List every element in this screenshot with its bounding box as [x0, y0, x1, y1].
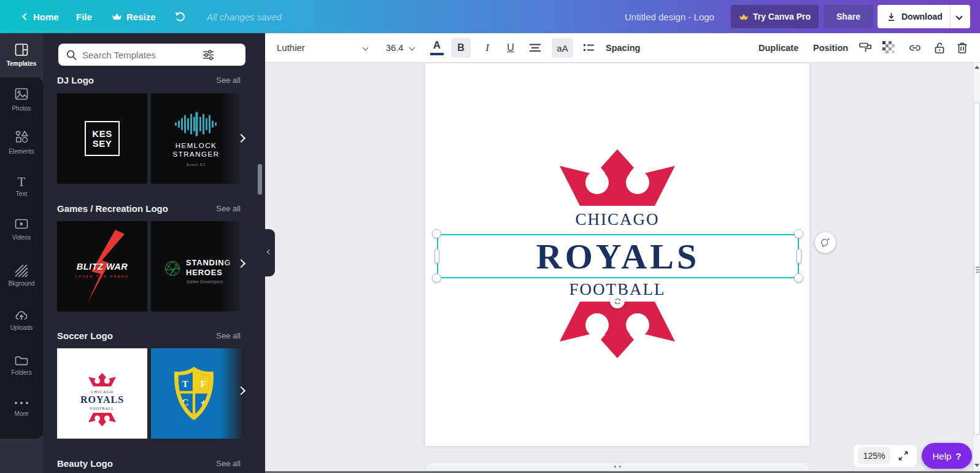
waveform-icon — [174, 112, 218, 136]
list-button[interactable] — [579, 38, 598, 58]
text-case-button[interactable]: aA — [552, 38, 573, 58]
selection-handle-w[interactable] — [434, 249, 439, 264]
more-dot — [20, 402, 23, 404]
section-header-soccer: Soccer Logo See all — [57, 330, 241, 341]
copy-style-button[interactable] — [859, 33, 872, 62]
zoom-level[interactable]: 125% — [858, 447, 890, 464]
logo-text-royals[interactable]: ROYALS — [536, 236, 700, 277]
uploads-icon — [15, 309, 28, 321]
comment-icon — [820, 237, 831, 248]
selection-handle-e[interactable] — [797, 249, 801, 264]
font-size-value: 36.4 — [386, 43, 403, 53]
header: Home File Resize All changes saved Untit… — [0, 0, 980, 33]
selection-handle-sw[interactable] — [432, 273, 441, 283]
zoom-controls: 125% — [853, 444, 917, 467]
underline-button[interactable]: U — [501, 38, 520, 58]
sidebar-item-videos[interactable] — [15, 219, 28, 229]
vertical-scrollbar[interactable] — [973, 63, 980, 473]
thumb-fade — [220, 221, 241, 311]
font-family-select[interactable]: Luthier — [277, 33, 368, 62]
more-dot — [26, 402, 28, 404]
delete-button[interactable] — [957, 33, 968, 62]
folders-icon — [15, 355, 28, 366]
home-button[interactable]: Home — [23, 0, 59, 33]
panel-scrollbar-thumb[interactable] — [258, 164, 262, 195]
template-thumb-hemlock[interactable]: HEMLOCK STRANGER Event DJ — [151, 93, 241, 184]
svg-text:F: F — [201, 378, 206, 389]
scroll-up-arrow[interactable] — [974, 66, 979, 69]
see-all-link[interactable]: See all — [216, 76, 241, 85]
link-button[interactable] — [908, 33, 922, 62]
thumb-fade — [220, 348, 241, 439]
download-icon — [886, 12, 897, 22]
selection-box[interactable]: ROYALS — [437, 234, 799, 278]
videos-icon — [15, 219, 28, 229]
search-icon — [66, 50, 77, 60]
align-center-button[interactable] — [525, 38, 545, 58]
crown-icon — [112, 13, 122, 20]
elements-icon — [15, 130, 28, 143]
font-size-select[interactable]: 36.4 — [386, 33, 414, 62]
position-button[interactable]: Position — [813, 33, 848, 62]
section-header-games: Games / Recreation Logo See all — [57, 203, 241, 214]
share-button[interactable]: Share — [824, 5, 873, 28]
scrollbar-thumb[interactable] — [974, 103, 980, 435]
see-all-link[interactable]: See all — [216, 204, 241, 213]
crown-graphic[interactable] — [560, 149, 675, 206]
sidebar-item-background[interactable] — [15, 265, 28, 277]
selection-handle-se[interactable] — [794, 273, 803, 283]
file-menu[interactable]: File — [76, 0, 92, 33]
sidebar-item-more[interactable] — [15, 402, 28, 404]
template-thumb-shield[interactable]: T F C ★ — [151, 348, 241, 439]
panel-collapse-tab[interactable] — [265, 229, 275, 276]
rotate-handle[interactable] — [610, 294, 625, 308]
font-family-value: Luthier — [277, 42, 305, 53]
scroll-down-arrow[interactable] — [974, 464, 979, 467]
align-center-icon — [530, 44, 541, 52]
comment-button[interactable] — [815, 232, 836, 253]
template-thumb-blitz[interactable]: BLITZ WAR LASER TAG ARENA — [57, 221, 147, 311]
shield-icon: T F C ★ — [171, 366, 217, 421]
try-canva-pro-button[interactable]: Try Canva Pro — [731, 5, 819, 28]
spacing-button[interactable]: Spacing — [606, 33, 640, 62]
design-title[interactable]: Untitled design - Logo — [625, 0, 714, 33]
template-thumb-kessey[interactable]: KES SEY — [57, 93, 147, 184]
crown-icon — [88, 373, 116, 386]
lock-button[interactable] — [934, 33, 945, 62]
download-options-chevron[interactable] — [955, 13, 962, 20]
sidebar-item-templates[interactable] — [15, 43, 28, 57]
see-all-link[interactable]: See all — [216, 459, 241, 468]
sidebar-item-uploads[interactable] — [15, 309, 28, 321]
save-status: All changes saved — [207, 0, 282, 33]
search-box[interactable] — [58, 44, 245, 66]
font-size-chevron-icon — [409, 45, 415, 51]
back-chevron-icon — [22, 13, 29, 20]
resize-menu[interactable]: Resize — [112, 0, 156, 33]
fullscreen-icon[interactable] — [897, 450, 909, 462]
crown-graphic-inverted[interactable] — [560, 302, 675, 358]
selection-handle-nw[interactable] — [432, 229, 441, 238]
sidebar-item-text[interactable]: T — [15, 176, 28, 189]
see-all-link[interactable]: See all — [216, 331, 241, 340]
rotate-icon — [614, 297, 622, 305]
sidebar-item-photos[interactable] — [15, 88, 28, 100]
text-color-button[interactable]: A — [428, 38, 446, 55]
sidebar-item-folders[interactable] — [15, 355, 28, 366]
search-input[interactable] — [82, 50, 199, 60]
filter-icon[interactable] — [203, 50, 214, 60]
template-thumb-standing[interactable]: STANDING HEROES Game Developers — [151, 221, 241, 311]
help-button[interactable]: Help ? — [922, 443, 972, 469]
sidebar-item-elements[interactable] — [15, 130, 28, 143]
home-label: Home — [33, 12, 59, 22]
download-button[interactable]: Download — [878, 5, 970, 28]
section-header-dj-logo: DJ Logo See all — [57, 75, 241, 85]
undo-button[interactable] — [174, 0, 187, 33]
selection-handle-ne[interactable] — [794, 229, 803, 238]
collapse-chevron-icon — [267, 249, 272, 254]
bold-button[interactable]: B — [451, 38, 471, 58]
logo-text-chicago[interactable]: CHICAGO — [425, 210, 809, 229]
transparency-button[interactable] — [882, 33, 896, 62]
duplicate-button[interactable]: Duplicate — [758, 33, 798, 62]
template-thumb-royals[interactable]: CHICAGO ROYALS FOOTBALL — [57, 348, 147, 439]
italic-button[interactable]: I — [477, 38, 497, 58]
